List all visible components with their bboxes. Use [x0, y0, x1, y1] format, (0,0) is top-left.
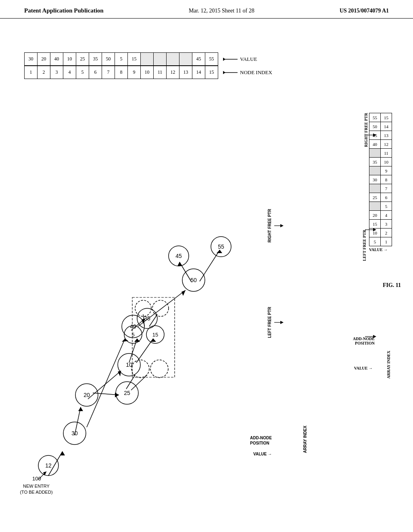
svg-marker-11 [118, 371, 121, 376]
svg-marker-69 [280, 321, 284, 324]
svg-text:25: 25 [124, 390, 130, 396]
index-row-table: 123456789101112131415 [24, 66, 218, 79]
svg-point-45 [152, 300, 169, 316]
svg-text:NEW ENTRY: NEW ENTRY [23, 484, 50, 488]
svg-text:10: 10 [126, 362, 132, 368]
svg-line-28 [200, 250, 220, 281]
svg-text:12: 12 [45, 462, 52, 469]
svg-text:POSITION: POSITION [250, 441, 269, 445]
array-index-bottom-label: ARRAY INDEX [386, 351, 391, 379]
page-header: Patent Application Publication Mar. 12, … [0, 0, 413, 19]
main-diagram: 30 20 25 10 5 15 40 35 50 45 55 12 NEW E… [0, 89, 413, 524]
svg-line-21 [149, 314, 157, 326]
svg-marker-1 [223, 58, 225, 61]
left-free-ptr-label: LEFT FREE PTR [362, 230, 367, 261]
svg-text:100: 100 [32, 476, 41, 482]
figure-label: FIG. 11 [383, 282, 401, 289]
svg-text:LEFT FREE PTR: LEFT FREE PTR [267, 307, 272, 338]
publication-title: Patent Application Publication [24, 7, 104, 14]
svg-marker-7 [78, 407, 83, 411]
value-bottom-label: VALUE → [354, 366, 373, 370]
svg-text:VALUE →: VALUE → [253, 452, 272, 456]
svg-text:50: 50 [190, 277, 197, 283]
svg-marker-25 [181, 290, 186, 296]
svg-line-8 [87, 339, 125, 427]
node-index-label: NODE INDEX [222, 69, 272, 76]
value-row-table: 302040102535505154555 [24, 52, 218, 66]
value-index-table: 5515501445134012113510930872565204153102… [369, 113, 392, 246]
right-free-ptr-label: RIGHT FREE PTR [364, 113, 368, 147]
svg-text:55: 55 [218, 243, 224, 250]
svg-point-43 [150, 360, 168, 378]
svg-text:20: 20 [83, 392, 90, 398]
right-table-section: RIGHT FREE PTR 5515501445134012113510930… [364, 113, 392, 252]
value-arrow-label: VALUE → [369, 247, 388, 252]
svg-text:40: 40 [130, 323, 136, 330]
svg-text:35: 35 [144, 315, 150, 322]
svg-marker-5 [60, 451, 65, 455]
svg-text:ADD-NODE: ADD-NODE [250, 436, 272, 440]
svg-text:30: 30 [71, 430, 78, 436]
publication-date-sheet: Mar. 12, 2015 Sheet 11 of 28 [189, 8, 254, 14]
publication-number: US 2015/0074079 A1 [340, 8, 389, 14]
svg-text:ARRAY INDEX: ARRAY INDEX [303, 426, 307, 453]
svg-line-12 [129, 339, 137, 363]
svg-marker-71 [280, 224, 284, 227]
svg-text:RIGHT FREE PTR: RIGHT FREE PTR [267, 209, 272, 243]
top-array-section: 302040102535505154555 VALUE 123456789101… [24, 52, 272, 79]
svg-marker-29 [217, 250, 222, 253]
svg-text:(TO BE ADDED): (TO BE ADDED) [20, 490, 52, 495]
value-label: VALUE [222, 56, 257, 62]
svg-marker-15 [150, 339, 156, 342]
svg-text:15: 15 [152, 332, 158, 338]
svg-text:45: 45 [175, 253, 182, 259]
svg-marker-3 [223, 71, 225, 74]
add-node-position-label: ADD-NODEPOSITION [353, 337, 375, 345]
